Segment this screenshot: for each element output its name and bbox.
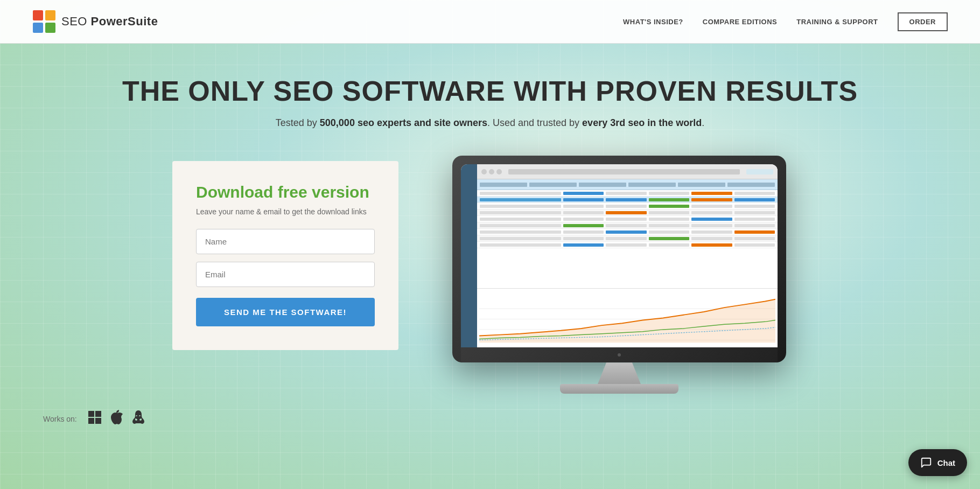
monitor-chin	[461, 347, 778, 362]
col-4	[628, 183, 676, 187]
monitor-screen	[461, 164, 778, 347]
hero-subtitle: Tested by 500,000 seo experts and site o…	[11, 117, 969, 129]
table-row	[477, 216, 778, 222]
hero-subtitle-bold1: 500,000 seo experts and site owners	[320, 117, 487, 128]
monitor-neck	[598, 362, 641, 384]
chart-svg	[479, 293, 775, 345]
order-button[interactable]: ORDER	[898, 12, 948, 31]
svg-rect-3	[45, 23, 55, 33]
monitor-bezel	[461, 164, 778, 362]
logo: SEO PowerSuite	[32, 10, 158, 33]
svg-rect-0	[33, 10, 43, 20]
table-row	[477, 203, 778, 209]
screen-rows	[477, 190, 778, 288]
screen-table-header	[477, 179, 778, 190]
email-input[interactable]	[196, 262, 375, 287]
col-2	[529, 183, 577, 187]
hero-subtitle-end: .	[702, 117, 704, 128]
svg-rect-9	[88, 411, 94, 417]
table-row	[477, 190, 778, 197]
form-subtitle: Leave your name & email to get the downl…	[196, 207, 375, 216]
col-6	[727, 183, 775, 187]
monitor	[452, 156, 786, 394]
nav-whats-inside[interactable]: WHAT'S INSIDE?	[623, 18, 683, 26]
table-row	[477, 242, 778, 248]
works-on-label: Works on:	[43, 415, 77, 423]
nav-compare[interactable]: COMPARE EDITIONS	[703, 18, 778, 26]
toolbar-extra	[746, 169, 773, 174]
header: SEO PowerSuite WHAT'S INSIDE? COMPARE ED…	[0, 0, 980, 44]
svg-rect-10	[95, 411, 101, 417]
col-3	[579, 183, 626, 187]
screen-content	[461, 164, 778, 347]
col-5	[678, 183, 725, 187]
monitor-outer	[452, 156, 786, 362]
logo-text-plain: SEO	[61, 15, 91, 28]
nav-training[interactable]: TRAINING & SUPPORT	[796, 18, 878, 26]
logo-text: SEO PowerSuite	[61, 15, 158, 29]
windows-icon	[88, 410, 102, 428]
svg-rect-2	[33, 23, 43, 33]
form-title: Download free version	[196, 183, 375, 202]
logo-text-bold: PowerSuite	[91, 15, 158, 28]
screen-body	[477, 179, 778, 347]
download-form-card: Download free version Leave your name & …	[172, 161, 398, 350]
name-input[interactable]	[196, 229, 375, 254]
logo-icon	[32, 10, 56, 33]
hero-title: THE ONLY SEO SOFTWARE WITH PROVEN RESULT…	[11, 76, 969, 107]
hero-subtitle-plain: Tested by	[276, 117, 320, 128]
monitor-stand	[452, 362, 786, 394]
svg-rect-12	[95, 418, 101, 424]
toolbar-search	[508, 169, 740, 174]
toolbar-btn-1	[481, 169, 487, 174]
chat-button[interactable]: Chat	[908, 449, 967, 476]
works-on-section: Works on:	[0, 394, 980, 428]
toolbar-btn-3	[496, 169, 502, 174]
toolbar-btn-2	[489, 169, 494, 174]
screen-sidebar	[461, 164, 477, 347]
svg-marker-8	[479, 299, 775, 343]
table-row	[477, 235, 778, 242]
table-row	[477, 222, 778, 229]
submit-button[interactable]: SEND ME THE SOFTWARE!	[196, 298, 375, 326]
table-row	[477, 229, 778, 235]
monitor-base	[560, 384, 678, 394]
svg-rect-11	[88, 418, 94, 424]
monitor-dot	[618, 353, 621, 357]
main-nav: WHAT'S INSIDE? COMPARE EDITIONS TRAINING…	[623, 12, 948, 31]
screen-chart	[477, 288, 778, 347]
screen-main	[477, 164, 778, 347]
svg-rect-1	[45, 10, 55, 20]
chat-label: Chat	[937, 458, 955, 467]
screen-toolbar	[477, 164, 778, 179]
hero-section: THE ONLY SEO SOFTWARE WITH PROVEN RESULT…	[0, 44, 980, 139]
monitor-wrapper	[431, 156, 808, 394]
table-row	[477, 209, 778, 216]
main-content: Download free version Leave your name & …	[0, 139, 980, 394]
table-row	[477, 197, 778, 203]
os-icons	[88, 410, 145, 428]
apple-icon	[110, 410, 123, 428]
hero-subtitle-mid: . Used and trusted by	[487, 117, 582, 128]
linux-icon	[132, 410, 145, 428]
hero-subtitle-bold2: every 3rd seo in the world	[582, 117, 702, 128]
chat-bubble-icon	[920, 457, 932, 469]
col-1	[480, 183, 527, 187]
